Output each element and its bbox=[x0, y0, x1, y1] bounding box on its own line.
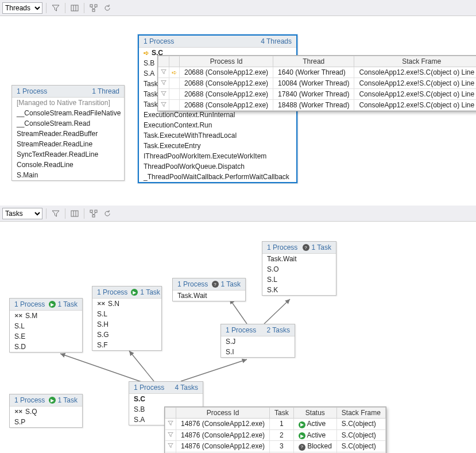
stack-frame[interactable]: S.K bbox=[262, 285, 336, 295]
table-row[interactable]: 14876 (ConsoleApp12.exe)2▶ ActiveS.C(obj… bbox=[165, 429, 386, 441]
stack-card-main-thread[interactable]: 1 Process 1 Thread [Managed to Native Tr… bbox=[11, 85, 125, 181]
layout-icon[interactable] bbox=[88, 208, 99, 219]
stack-frame[interactable]: __ConsoleStream.ReadFileNative bbox=[12, 108, 124, 118]
stack-frame[interactable]: ThreadPoolWorkQueue.Dispatch bbox=[139, 161, 296, 172]
cell-frame: S.C(object) bbox=[336, 429, 385, 441]
cell-status: ▶ Active bbox=[293, 419, 336, 430]
stack-frame[interactable]: StreamReader.ReadLine bbox=[12, 139, 124, 149]
svg-line-19 bbox=[230, 299, 247, 324]
svg-rect-11 bbox=[90, 210, 92, 212]
stack-frame[interactable]: S.D bbox=[10, 342, 82, 352]
card-header-left: 1 Process bbox=[17, 87, 47, 95]
cell-proc: 14876 (ConsoleApp12.exe) bbox=[176, 429, 270, 441]
stack-frame-label: S.L bbox=[267, 276, 277, 284]
stack-frame[interactable]: Task.ExecuteEntry bbox=[139, 141, 296, 151]
column-header[interactable] bbox=[169, 56, 180, 67]
layout-icon[interactable] bbox=[88, 2, 99, 14]
stack-frame[interactable]: [Managed to Native Transition] bbox=[12, 98, 124, 108]
stack-frame[interactable]: S.J bbox=[221, 336, 295, 347]
status-waiting-icon: ? bbox=[299, 444, 305, 451]
view-selector[interactable]: Tasks bbox=[2, 208, 42, 219]
table-row[interactable]: 20688 (ConsoleApp12.exe)10084 (Worker Th… bbox=[158, 78, 477, 89]
stack-frame[interactable]: S.E bbox=[10, 331, 82, 342]
card-header-right: 1 Task bbox=[58, 396, 78, 404]
table-row[interactable]: ➪20688 (ConsoleApp12.exe)1640 (Worker Th… bbox=[158, 67, 477, 78]
external-code-icon: ✕✕ bbox=[14, 313, 22, 319]
stack-frame[interactable]: ExecutionContext.Run bbox=[139, 120, 296, 130]
column-header[interactable]: Stack Frame bbox=[354, 56, 476, 67]
column-header[interactable]: Thread bbox=[273, 56, 354, 67]
stack-frame[interactable]: ✕✕S.N bbox=[92, 299, 161, 309]
stack-frame-label: Task.ExecuteEntry bbox=[144, 142, 200, 150]
stack-frame[interactable]: IThreadPoolWorkItem.ExecuteWorkItem bbox=[139, 151, 296, 161]
stack-frame[interactable]: S.Main bbox=[12, 170, 124, 180]
filter-icon[interactable] bbox=[168, 432, 173, 439]
stack-frame[interactable]: Task.ExecuteWithThreadLocal bbox=[139, 130, 296, 141]
filter-icon[interactable] bbox=[50, 2, 61, 14]
column-header[interactable]: Stack Frame bbox=[336, 408, 385, 419]
filter-icon[interactable] bbox=[161, 80, 167, 87]
svg-line-16 bbox=[60, 354, 146, 384]
stack-frame[interactable]: S.C bbox=[129, 394, 203, 404]
stack-frame[interactable]: S.L bbox=[10, 321, 82, 331]
card-header-right: 1 Task bbox=[312, 243, 331, 251]
stack-frame[interactable]: _ThreadPoolWaitCallback.PerformWaitCallb… bbox=[139, 172, 296, 182]
refresh-icon[interactable] bbox=[102, 208, 113, 219]
stack-frame-label: S.D bbox=[14, 343, 26, 351]
filter-icon[interactable] bbox=[168, 420, 173, 427]
stack-frame[interactable]: __ConsoleStream.Read bbox=[12, 118, 124, 129]
column-header[interactable]: Process Id bbox=[180, 56, 273, 67]
refresh-icon[interactable] bbox=[102, 2, 113, 14]
stack-frame-label: S.N bbox=[108, 300, 119, 308]
stack-frame-label: S.B bbox=[134, 405, 145, 413]
filter-icon[interactable] bbox=[50, 208, 61, 219]
task-card-a[interactable]: 1 Process▶1 Task✕✕S.MS.LS.ES.D bbox=[9, 298, 83, 353]
stack-frame-label: Task.ExecuteWithThreadLocal bbox=[144, 131, 237, 140]
cell-thread: 1640 (Worker Thread) bbox=[273, 67, 354, 78]
stack-frame[interactable]: S.P bbox=[10, 417, 82, 427]
columns-icon[interactable] bbox=[69, 208, 80, 219]
stack-frame[interactable]: Console.ReadLine bbox=[12, 160, 124, 170]
stack-frame[interactable]: S.L bbox=[92, 309, 161, 319]
stack-frame[interactable]: S.O bbox=[262, 264, 336, 274]
view-selector[interactable]: Threads bbox=[2, 2, 42, 14]
stack-frame[interactable]: S.H bbox=[92, 319, 161, 330]
filter-icon[interactable] bbox=[161, 102, 167, 109]
task-card-d[interactable]: 1 Process?1 TaskTask.WaitS.OS.LS.K bbox=[262, 241, 336, 296]
stack-frame-label: S.L bbox=[14, 322, 25, 330]
columns-icon[interactable] bbox=[69, 2, 80, 14]
card-header-right: 2 Tasks bbox=[267, 326, 290, 334]
task-card-g[interactable]: 1 Process▶1 Task✕✕S.QS.P bbox=[9, 394, 83, 428]
filter-icon[interactable] bbox=[168, 443, 173, 450]
column-header[interactable]: Process Id bbox=[176, 408, 270, 419]
column-header[interactable]: Task bbox=[270, 408, 294, 419]
stack-frame[interactable]: S.G bbox=[92, 330, 161, 340]
stack-frame[interactable]: ✕✕S.Q bbox=[10, 406, 82, 417]
task-card-b[interactable]: 1 Process▶1 Task✕✕S.NS.LS.HS.GS.F bbox=[92, 286, 162, 351]
column-header[interactable] bbox=[158, 56, 169, 67]
stack-frame[interactable]: S.I bbox=[221, 347, 295, 357]
table-row[interactable]: 20688 (ConsoleApp12.exe)17840 (Worker Th… bbox=[158, 89, 477, 100]
task-card-e[interactable]: 1 Process2 TasksS.JS.I bbox=[220, 324, 295, 358]
stack-frame[interactable]: Task.Wait bbox=[262, 254, 336, 264]
column-header[interactable] bbox=[165, 408, 176, 419]
filter-icon[interactable] bbox=[161, 69, 167, 76]
table-row[interactable]: 14876 (ConsoleApp12.exe)1▶ ActiveS.C(obj… bbox=[165, 419, 386, 430]
stack-frame[interactable]: Task.Wait bbox=[173, 291, 245, 301]
card-header-left: 1 Process bbox=[226, 326, 256, 334]
filter-icon[interactable] bbox=[161, 91, 167, 98]
stack-frame[interactable]: StreamReader.ReadBuffer bbox=[12, 129, 124, 139]
stack-frame[interactable]: ✕✕S.M bbox=[10, 311, 82, 321]
card-header-right: 1 Task bbox=[221, 280, 241, 288]
stack-frame[interactable]: S.L bbox=[262, 274, 336, 285]
table-row[interactable]: 14876 (ConsoleApp12.exe)3? BlockedS.C(ob… bbox=[165, 441, 386, 452]
cell-thread: 17840 (Worker Thread) bbox=[273, 89, 354, 100]
card-header-right: 1 Task bbox=[140, 288, 160, 296]
threads-detail-popup[interactable]: Process IdThreadStack Frame ➪20688 (Cons… bbox=[157, 55, 476, 111]
table-row[interactable]: 20688 (ConsoleApp12.exe)18488 (Worker Th… bbox=[158, 100, 477, 111]
tasks-detail-popup[interactable]: Process IdTaskStatusStack Frame 14876 (C… bbox=[164, 406, 386, 453]
column-header[interactable]: Status bbox=[293, 408, 336, 419]
stack-frame[interactable]: S.F bbox=[92, 340, 161, 350]
task-card-c[interactable]: 1 Process?1 TaskTask.Wait bbox=[172, 278, 246, 301]
stack-frame[interactable]: SyncTextReader.ReadLine bbox=[12, 149, 124, 160]
